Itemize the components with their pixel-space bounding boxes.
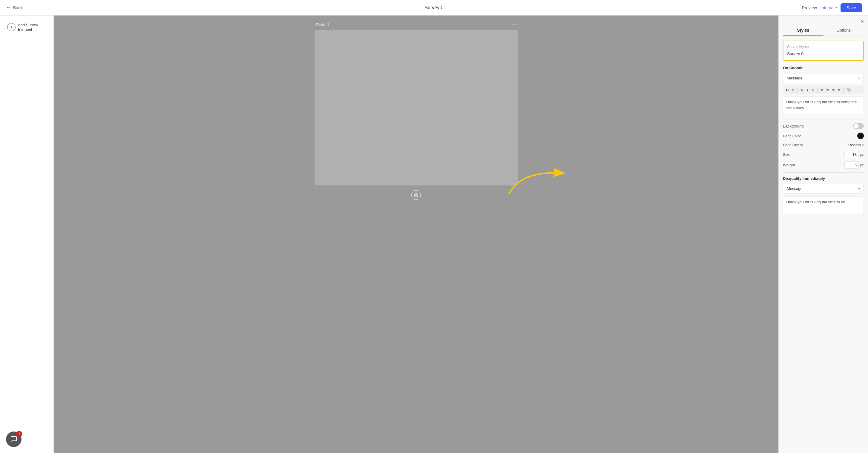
disqualify-chevron-icon: ▾ bbox=[858, 187, 860, 191]
disqualify-message-text[interactable]: Thank you for taking the time to co... bbox=[783, 196, 864, 215]
font-color-label: Font Color bbox=[783, 134, 801, 138]
divider-1 bbox=[783, 119, 864, 120]
format-heading-button[interactable]: H bbox=[785, 87, 790, 93]
toolbar-separator-3 bbox=[843, 88, 844, 93]
preview-button[interactable]: Preview bbox=[802, 5, 817, 10]
topbar: ← Back Survey 0 Preview Integrate Save bbox=[0, 0, 868, 15]
chevron-down-icon: ▾ bbox=[858, 76, 860, 80]
message-dropdown[interactable]: Message ▾ bbox=[783, 73, 864, 83]
message-text-area[interactable]: Thank you for taking the time to complet… bbox=[783, 96, 864, 115]
font-family-row: Font Family Roboto ▾ bbox=[783, 143, 864, 147]
background-row: Background bbox=[783, 123, 864, 129]
toolbar-separator-2 bbox=[817, 88, 817, 93]
tab-styles[interactable]: Styles bbox=[783, 25, 824, 36]
toggle-knob bbox=[854, 124, 859, 128]
weight-unit: px bbox=[860, 163, 864, 167]
format-attachment-button[interactable]: 📎 bbox=[846, 87, 853, 93]
format-strikethrough-button[interactable]: S bbox=[811, 87, 816, 93]
size-unit: px bbox=[860, 153, 864, 157]
background-label: Background bbox=[783, 124, 804, 128]
survey-name-input[interactable] bbox=[787, 51, 860, 57]
left-sidebar: + Add Survey Element bbox=[0, 15, 54, 453]
save-button[interactable]: Save bbox=[840, 3, 862, 12]
slide-header: Slide 1 ··· bbox=[314, 22, 518, 28]
slide-title: Slide 1 bbox=[316, 22, 330, 27]
format-align-justify-button[interactable]: ≡ bbox=[837, 87, 842, 93]
format-bold-button[interactable]: B bbox=[800, 87, 805, 93]
chat-icon bbox=[10, 436, 17, 443]
disqualify-section: Disqualify Immediately Message ▾ Thank y… bbox=[783, 176, 864, 215]
font-family-select[interactable]: Roboto ▾ bbox=[848, 143, 864, 147]
right-panel: × Styles Options Survey Name On Submit M… bbox=[778, 15, 868, 453]
disqualify-title: Disqualify Immediately bbox=[783, 176, 864, 181]
add-element-label: Add Survey Element bbox=[18, 23, 46, 32]
panel-content: Survey Name On Submit Message ▾ H ¶ B I … bbox=[779, 36, 868, 453]
topbar-actions: Preview Integrate Save bbox=[802, 3, 862, 12]
disqualify-message-dropdown[interactable]: Message ▾ bbox=[783, 184, 864, 194]
back-button[interactable]: ← Back bbox=[6, 4, 22, 11]
plus-icon: + bbox=[7, 23, 16, 31]
format-toolbar: H ¶ B I S ≡ ≡ ≡ ≡ 📎 bbox=[783, 86, 864, 94]
notification-badge: 7 bbox=[16, 431, 22, 437]
format-paragraph-button[interactable]: ¶ bbox=[791, 87, 796, 93]
size-row: Size px bbox=[783, 151, 864, 158]
slide-canvas[interactable] bbox=[314, 30, 518, 186]
font-family-chevron-icon: ▾ bbox=[862, 143, 864, 147]
weight-label: Weight bbox=[783, 163, 795, 167]
format-align-right-button[interactable]: ≡ bbox=[831, 87, 836, 93]
size-input[interactable] bbox=[844, 151, 859, 158]
main-layout: + Add Survey Element Slide 1 ··· ⊕ bbox=[0, 15, 868, 453]
on-submit-title: On Submit bbox=[783, 66, 864, 70]
slide-container: Slide 1 ··· bbox=[314, 22, 518, 186]
font-family-label: Font Family bbox=[783, 143, 803, 147]
survey-title: Survey 0 bbox=[425, 5, 443, 10]
back-label: Back bbox=[13, 5, 22, 10]
notification-button[interactable]: 7 bbox=[6, 431, 22, 447]
back-arrow-icon: ← bbox=[6, 4, 11, 11]
message-dropdown-label: Message bbox=[787, 76, 803, 80]
font-color-row: Font Color bbox=[783, 133, 864, 139]
weight-input[interactable] bbox=[844, 161, 859, 169]
survey-name-label: Survey Name bbox=[787, 45, 860, 49]
font-color-picker[interactable] bbox=[857, 133, 864, 139]
toolbar-separator-1 bbox=[798, 88, 798, 93]
disqualify-dropdown-label: Message bbox=[787, 186, 803, 191]
panel-tabs: Styles Options bbox=[783, 25, 864, 36]
format-align-center-button[interactable]: ≡ bbox=[825, 87, 830, 93]
weight-input-group: px bbox=[844, 161, 864, 169]
format-italic-button[interactable]: I bbox=[806, 87, 809, 93]
add-survey-element-button[interactable]: + Add Survey Element bbox=[5, 20, 49, 34]
add-slide-button[interactable]: ⊕ bbox=[411, 190, 421, 200]
tab-options[interactable]: Options bbox=[824, 25, 864, 36]
canvas-area: Slide 1 ··· ⊕ bbox=[54, 15, 778, 453]
format-align-left-button[interactable]: ≡ bbox=[819, 87, 824, 93]
weight-row: Weight px bbox=[783, 161, 864, 169]
background-toggle[interactable] bbox=[853, 123, 864, 129]
survey-name-section: Survey Name bbox=[783, 41, 864, 61]
close-panel-button[interactable]: × bbox=[861, 19, 864, 25]
integrate-button[interactable]: Integrate bbox=[820, 5, 837, 10]
slide-menu-button[interactable]: ··· bbox=[512, 22, 517, 28]
add-slide-button-area: ⊕ bbox=[411, 190, 421, 200]
panel-close-area: × bbox=[779, 15, 868, 25]
font-family-value: Roboto bbox=[848, 143, 861, 147]
size-input-group: px bbox=[844, 151, 864, 158]
size-label: Size bbox=[783, 152, 790, 157]
notification-widget: 7 bbox=[6, 431, 22, 447]
